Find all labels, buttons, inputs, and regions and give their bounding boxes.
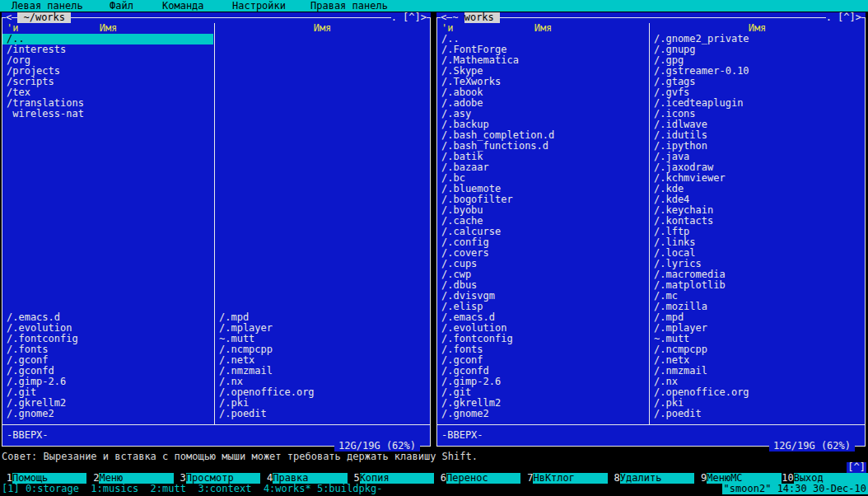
file-item[interactable]: /.pki [650, 398, 865, 409]
file-item[interactable]: /.cwp [437, 269, 648, 280]
file-item[interactable]: /.emacs.d [437, 312, 648, 323]
file-item[interactable]: /.dbus [437, 280, 648, 291]
file-item[interactable]: /.pki [215, 398, 430, 409]
file-item[interactable]: /.local [650, 248, 865, 259]
file-item[interactable]: /.bluemote [437, 184, 648, 194]
fkey-move[interactable]: 6Перенос [434, 473, 520, 484]
fkey-edit[interactable]: 4Правка [260, 473, 347, 484]
file-item[interactable]: /.gtags [650, 77, 865, 87]
file-item[interactable]: /.config [437, 237, 648, 248]
file-item[interactable]: /.java [650, 152, 865, 162]
fkey-delete[interactable]: 8Удалить [608, 473, 694, 484]
menu-options[interactable]: Настройки [232, 0, 286, 12]
column-header-name-2[interactable]: Имя [215, 23, 430, 34]
file-item[interactable]: /.gconfd [2, 366, 213, 377]
cd-up-button[interactable]: [^] [397, 12, 421, 23]
screen-window-list[interactable]: [1] 0:storage 1:musics 2:mutt 3:context … [0, 484, 722, 494]
file-item[interactable]: /.fonts [2, 344, 213, 355]
file-item[interactable]: /.cups [437, 259, 648, 269]
file-item[interactable]: /.bash_completion.d [437, 130, 648, 141]
file-item[interactable]: /.nx [650, 377, 865, 387]
file-item[interactable]: /.bazaar [437, 162, 648, 173]
file-item[interactable]: /projects [2, 66, 213, 77]
file-item[interactable]: /.mc [650, 291, 865, 302]
column-header-name-2[interactable]: Имя [650, 23, 865, 34]
file-item[interactable]: /scripts [2, 77, 213, 87]
file-item[interactable]: /.kde [650, 184, 865, 194]
file-item[interactable]: /.gconf [437, 355, 648, 366]
panel-path[interactable]: works [464, 12, 500, 23]
fkey-mkdir[interactable]: 7НвКтлог [520, 473, 607, 484]
file-item[interactable]: /.mplayer [650, 323, 865, 334]
file-item[interactable]: /.abook [437, 87, 648, 98]
file-item[interactable]: /.macromedia [650, 269, 865, 280]
file-item[interactable]: /.Mathematica [437, 55, 648, 66]
file-item[interactable]: /.elisp [437, 302, 648, 312]
file-item[interactable]: /.gnome2 [2, 409, 213, 419]
file-item[interactable]: /.. [2, 34, 213, 44]
file-item[interactable]: /.gconfd [437, 366, 648, 377]
file-item[interactable]: /.Skype [437, 66, 648, 77]
cd-up-button[interactable]: [^] [832, 12, 856, 23]
file-item[interactable]: /.git [437, 387, 648, 398]
file-item[interactable]: /.gstreamer-0.10 [650, 66, 865, 77]
file-item[interactable]: /tex [2, 87, 213, 98]
file-item[interactable]: /.calcurse [437, 227, 648, 237]
file-item[interactable]: /.FontForge [437, 44, 648, 55]
file-item[interactable]: /.openoffice.org [650, 387, 865, 398]
file-item[interactable]: /.poedit [650, 409, 865, 419]
file-item[interactable]: /.nx [215, 377, 430, 387]
file-item[interactable]: /.gnome2_private [650, 34, 865, 44]
panel-path[interactable]: ~/works [17, 12, 71, 23]
file-item[interactable]: /.gpg [650, 55, 865, 66]
menu-file[interactable]: Файл [110, 0, 133, 12]
file-item[interactable]: /.lyrics [650, 259, 865, 269]
file-item[interactable]: /.gnome2 [437, 409, 648, 419]
menu-left-panel[interactable]: Левая панель [12, 0, 83, 12]
file-item[interactable]: ~.mutt [215, 334, 430, 344]
file-item[interactable]: /org [2, 55, 213, 66]
file-item[interactable]: /.batik [437, 152, 648, 162]
file-item[interactable]: /.nmzmail [650, 366, 865, 377]
file-item[interactable]: /.adobe [437, 98, 648, 109]
file-item[interactable]: /.icedteaplugin [650, 98, 865, 109]
fkey-copy[interactable]: 5Копия [348, 473, 434, 484]
column-header-name-1[interactable]: Имя [2, 23, 214, 34]
history-forward-icon[interactable]: > [421, 12, 427, 23]
file-item[interactable]: /.mozilla [650, 302, 865, 312]
file-item[interactable]: /.dvisvgm [437, 291, 648, 302]
menu-command[interactable]: Команда [162, 0, 204, 12]
file-item[interactable]: /.lftp [650, 227, 865, 237]
file-item[interactable]: /.evolution [2, 323, 213, 334]
file-item[interactable]: wireless-nat [2, 109, 213, 119]
file-item[interactable]: /.idlwave [650, 119, 865, 130]
show-hidden-toggle[interactable]: . [826, 12, 832, 23]
file-item[interactable]: /.emacs.d [2, 312, 213, 323]
file-item[interactable]: /.cache [437, 216, 648, 227]
file-item[interactable]: /.evolution [437, 323, 648, 334]
file-item[interactable]: /.mpd [650, 312, 865, 323]
file-item[interactable]: /.matplotlib [650, 280, 865, 291]
file-item[interactable]: /.gvfs [650, 87, 865, 98]
file-item[interactable]: /.covers [437, 248, 648, 259]
file-item[interactable]: /.git [2, 387, 213, 398]
menu-right-panel[interactable]: Правая панель [310, 0, 388, 12]
file-item[interactable]: /.mplayer [215, 323, 430, 334]
file-item[interactable]: /interests [2, 44, 213, 55]
fkey-menu[interactable]: 2Меню [86, 473, 173, 484]
file-item[interactable]: /.gnupg [650, 44, 865, 55]
file-item[interactable]: /.bogofilter [437, 194, 648, 205]
file-item[interactable]: /.bc [437, 173, 648, 184]
file-item[interactable]: /.gkrellm2 [437, 398, 648, 409]
fkey-view[interactable]: 3Просмотр [174, 473, 260, 484]
file-item[interactable]: /.ipython [650, 141, 865, 152]
history-forward-icon[interactable]: > [856, 12, 861, 23]
file-item[interactable]: /.gconf [2, 355, 213, 366]
file-item[interactable]: /.keychain [650, 205, 865, 216]
fkey-help[interactable]: 1Помощь [0, 473, 86, 484]
column-header-name-1[interactable]: Имя [437, 23, 649, 34]
file-item[interactable]: /.gkrellm2 [2, 398, 213, 409]
file-item[interactable]: /.backup [437, 119, 648, 130]
show-hidden-toggle[interactable]: . [391, 12, 397, 23]
file-item[interactable]: /.nmzmail [215, 366, 430, 377]
